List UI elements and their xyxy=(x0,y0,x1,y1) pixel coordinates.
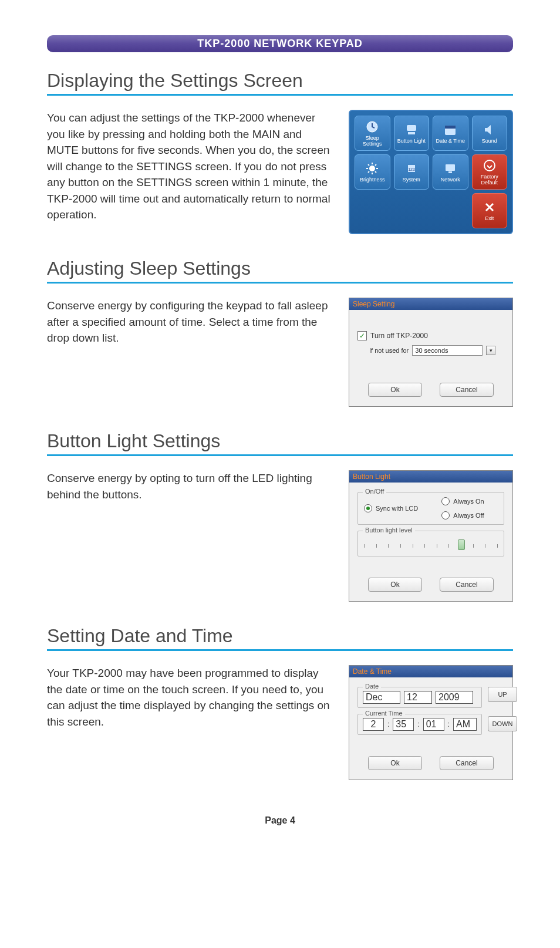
colon: : xyxy=(448,720,450,728)
duration-dropdown[interactable]: 30 seconds xyxy=(412,345,483,356)
tile-date-time[interactable]: Date & Time xyxy=(433,116,468,151)
rule xyxy=(47,649,513,651)
radio-sync[interactable]: Sync with LCD xyxy=(364,497,418,519)
colon: : xyxy=(387,720,389,728)
rule xyxy=(47,94,513,96)
section-body-button-light: Conserve energy by opting to turn off th… xyxy=(47,470,331,502)
cancel-button[interactable]: Cancel xyxy=(440,383,494,397)
second-field[interactable]: 01 xyxy=(423,718,444,731)
tile-label: Sleep Settings xyxy=(356,136,389,147)
svg-rect-2 xyxy=(408,132,415,134)
section-body-datetime: Your TKP-2000 may have been programmed t… xyxy=(47,665,331,730)
radio-icon xyxy=(364,504,372,512)
light-level-slider[interactable] xyxy=(364,538,498,551)
button-light-dialog: Button Light On/Off Sync with LCD xyxy=(349,470,513,602)
time-fieldset: Current Time 2 : 35 : 01 : AM xyxy=(357,714,482,735)
date-time-dialog: Date & Time Date Dec 12 2009 xyxy=(349,665,513,780)
button-icon xyxy=(404,122,419,137)
tile-label: Network xyxy=(441,177,460,183)
calendar-icon xyxy=(443,122,458,137)
rule xyxy=(47,454,513,456)
svg-rect-1 xyxy=(407,125,416,131)
fieldset-label: Button light level xyxy=(363,527,415,534)
year-field[interactable]: 2009 xyxy=(436,691,473,704)
tile-sleep-settings[interactable]: Sleep Settings xyxy=(355,116,390,151)
header-banner: TKP-2000 NETWORK KEYPAD xyxy=(47,35,513,52)
radio-icon xyxy=(441,497,450,505)
svg-rect-9 xyxy=(448,171,452,173)
date-fieldset: Date Dec 12 2009 xyxy=(357,687,482,708)
turnoff-checkbox[interactable]: ✓ Turn off TKP-2000 xyxy=(357,331,428,340)
dialog-title: Sleep Setting xyxy=(349,298,512,310)
x-icon xyxy=(482,200,497,215)
tile-label: Date & Time xyxy=(436,139,465,144)
radio-always-off[interactable]: Always Off xyxy=(441,511,484,519)
tile-label: Button Light xyxy=(397,139,426,144)
arrow-circle-icon xyxy=(482,158,497,173)
tile-sound[interactable]: Sound xyxy=(472,116,508,151)
settings-screen-panel: Sleep Settings Button Light Date & Time … xyxy=(349,110,513,234)
radio-label: Always On xyxy=(453,498,484,505)
fieldset-label: Date xyxy=(363,683,381,690)
fieldset-label: On/Off xyxy=(363,488,386,495)
section-title-datetime: Setting Date and Time xyxy=(47,625,513,647)
chevron-down-icon[interactable]: ▾ xyxy=(486,346,495,355)
onoff-fieldset: On/Off Sync with LCD Always On xyxy=(357,492,504,525)
clock-icon xyxy=(365,119,380,134)
svg-rect-8 xyxy=(446,164,455,171)
colon: : xyxy=(417,720,419,728)
svg-text:123: 123 xyxy=(408,167,415,171)
cancel-button[interactable]: Cancel xyxy=(440,756,494,770)
section-title-display: Displaying the Settings Screen xyxy=(47,70,513,92)
ok-button[interactable]: Ok xyxy=(368,756,422,770)
dialog-title: Date & Time xyxy=(349,666,512,677)
hour-field[interactable]: 2 xyxy=(363,718,384,731)
radio-always-on[interactable]: Always On xyxy=(441,497,484,505)
section-title-sleep: Adjusting Sleep Settings xyxy=(47,258,513,279)
slider-thumb[interactable] xyxy=(458,539,465,550)
duration-value: 30 seconds xyxy=(415,347,448,354)
svg-rect-4 xyxy=(445,126,456,129)
fieldset-label: Current Time xyxy=(363,710,405,717)
up-button[interactable]: UP xyxy=(488,687,517,702)
tile-label: Factory Default xyxy=(474,174,506,186)
radio-icon xyxy=(441,511,450,519)
minute-field[interactable]: 35 xyxy=(393,718,414,731)
dialog-title: Button Light xyxy=(349,471,512,483)
svg-point-10 xyxy=(484,160,495,171)
ampm-field[interactable]: AM xyxy=(453,718,477,731)
page-number: Page 4 xyxy=(47,815,513,826)
radio-label: Always Off xyxy=(453,512,484,519)
rule xyxy=(47,282,513,284)
down-button[interactable]: DOWN xyxy=(488,716,517,731)
tile-network[interactable]: Network xyxy=(433,154,468,190)
tile-label: Sound xyxy=(482,139,497,144)
check-icon: ✓ xyxy=(357,331,367,340)
cancel-button[interactable]: Cancel xyxy=(440,578,494,592)
tile-exit[interactable]: Exit xyxy=(472,193,508,228)
radio-label: Sync with LCD xyxy=(376,505,418,512)
day-field[interactable]: 12 xyxy=(404,691,432,704)
tile-label: Exit xyxy=(485,216,494,222)
svg-point-5 xyxy=(369,166,375,171)
section-body-display: You can adjust the settings of the TKP-2… xyxy=(47,110,331,223)
monitor-icon xyxy=(443,161,458,176)
tile-brightness[interactable]: Brightness xyxy=(355,154,390,190)
sleep-setting-dialog: Sleep Setting ✓ Turn off TKP-2000 If not… xyxy=(349,298,513,407)
speaker-icon xyxy=(482,122,497,137)
chip-icon: 123 xyxy=(404,161,419,176)
tile-label: System xyxy=(403,177,420,183)
tile-button-light[interactable]: Button Light xyxy=(394,116,430,151)
level-fieldset: Button light level xyxy=(357,531,504,556)
tile-label: Brightness xyxy=(360,177,385,183)
section-body-sleep: Conserve energy by configuring the keypa… xyxy=(47,298,331,346)
ok-button[interactable]: Ok xyxy=(368,578,422,592)
if-not-used-label: If not used for xyxy=(369,347,409,354)
tile-system[interactable]: 123 System xyxy=(394,154,430,190)
section-title-button-light: Button Light Settings xyxy=(47,430,513,452)
sun-icon xyxy=(365,161,380,176)
ok-button[interactable]: Ok xyxy=(368,383,422,397)
checkbox-label: Turn off TKP-2000 xyxy=(370,332,428,340)
month-field[interactable]: Dec xyxy=(363,691,400,704)
tile-factory-default[interactable]: Factory Default xyxy=(472,154,508,190)
